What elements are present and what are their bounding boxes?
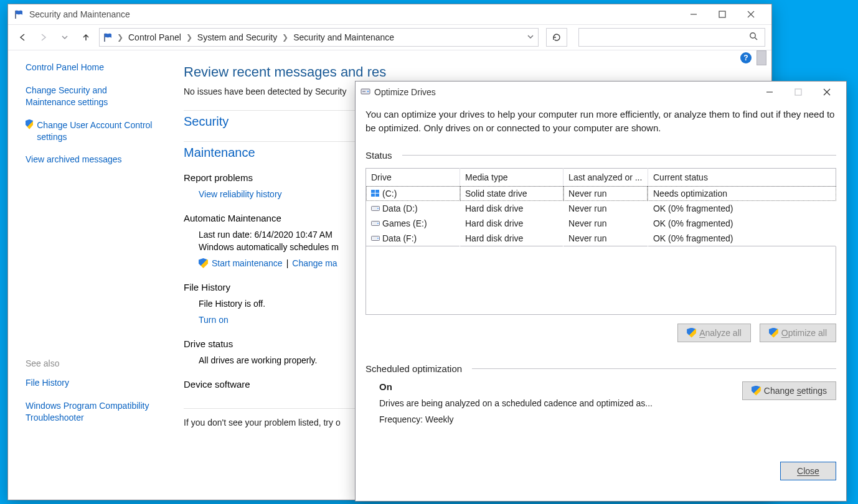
sidebar-item-archived[interactable]: View archived messages — [26, 154, 158, 166]
shield-icon — [687, 328, 696, 338]
nav-up-button[interactable] — [78, 29, 94, 45]
od-title-text: Optimize Drives — [374, 87, 436, 97]
shield-icon — [26, 119, 33, 129]
nav-forward-button[interactable] — [35, 29, 52, 45]
col-last[interactable]: Last analyzed or ... — [563, 168, 648, 186]
od-close-button[interactable] — [813, 83, 841, 101]
change-settings-button[interactable]: Change settings — [742, 381, 836, 400]
drive-icon — [371, 204, 380, 212]
chevron-right-icon: ❯ — [282, 33, 288, 42]
sidebar-item-home[interactable]: Control Panel Home — [26, 62, 158, 73]
breadcrumb-item[interactable]: Control Panel — [127, 31, 182, 44]
nav-back-button[interactable] — [14, 29, 31, 45]
flag-icon — [103, 32, 113, 42]
breadcrumb-item[interactable]: Security and Maintenance — [292, 31, 395, 44]
svg-point-18 — [377, 208, 379, 209]
drives-table: Drive Media type Last analyzed or ... Cu… — [365, 168, 836, 246]
svg-rect-13 — [371, 190, 375, 193]
sched-label: Scheduled optimization — [365, 363, 462, 374]
refresh-button[interactable] — [546, 28, 567, 47]
shield-icon — [769, 328, 778, 338]
svg-rect-10 — [795, 89, 801, 95]
drive-icon — [371, 219, 380, 226]
search-box[interactable] — [578, 28, 765, 47]
cp-toolbar: ❯ Control Panel ❯ System and Security ❯ … — [8, 24, 771, 50]
nav-history-dropdown[interactable] — [57, 29, 73, 45]
window-title: Security and Maintenance — [29, 9, 130, 19]
status-label: Status — [365, 150, 392, 161]
svg-rect-8 — [362, 91, 365, 92]
svg-point-20 — [377, 223, 379, 224]
chevron-down-icon[interactable] — [527, 32, 534, 42]
sidebar-item-change-security[interactable]: Change Security and Maintenance settings — [26, 85, 158, 108]
svg-point-4 — [750, 33, 755, 38]
drive-row[interactable]: Data (F:)Hard disk driveNever runOK (0% … — [366, 231, 836, 246]
see-also-file-history[interactable]: File History — [26, 377, 158, 389]
hr — [472, 368, 836, 369]
drive-icon — [361, 86, 370, 98]
close-label: Close — [797, 466, 819, 476]
drives-table-head[interactable]: Drive Media type Last analyzed or ... Cu… — [366, 168, 836, 186]
drive-row[interactable]: Games (E:)Hard disk driveNever runOK (0%… — [366, 216, 836, 231]
od-intro-text: You can optimize your drives to help you… — [365, 108, 836, 135]
svg-rect-15 — [371, 194, 375, 197]
drive-icon — [371, 234, 380, 241]
sidebar-item-uac[interactable]: Change User Account Control settings — [37, 119, 158, 143]
pipe-sep: | — [286, 258, 289, 268]
chevron-right-icon: ❯ — [186, 33, 192, 42]
drive-row[interactable]: Data (D:)Hard disk driveNever runOK (0% … — [366, 201, 836, 216]
breadcrumb-item[interactable]: System and Security — [196, 31, 278, 44]
drives-table-empty-area[interactable] — [365, 246, 836, 315]
svg-rect-1 — [719, 11, 725, 17]
svg-rect-16 — [375, 194, 379, 197]
sched-freq: Frequency: Weekly — [379, 414, 742, 424]
windows-drive-icon — [371, 189, 380, 197]
shield-icon — [752, 386, 761, 396]
flag-icon — [14, 9, 24, 19]
cp-titlebar[interactable]: Security and Maintenance — [8, 4, 771, 24]
svg-point-22 — [377, 238, 379, 239]
maximize-button[interactable] — [708, 5, 737, 24]
page-heading: Review recent messages and res — [184, 64, 758, 80]
col-drive[interactable]: Drive — [366, 168, 460, 186]
chevron-right-icon: ❯ — [117, 33, 123, 42]
close-button[interactable] — [737, 5, 765, 24]
od-minimize-button[interactable] — [755, 83, 784, 101]
address-bar[interactable]: ❯ Control Panel ❯ System and Security ❯ … — [99, 28, 539, 47]
minimize-button[interactable] — [679, 5, 708, 24]
hr — [402, 155, 836, 156]
change-maintenance-link[interactable]: Change ma — [292, 258, 337, 268]
optimize-all-button[interactable]: Optimize all — [760, 324, 836, 342]
close-button[interactable]: Close — [780, 462, 836, 480]
start-maintenance-link[interactable]: Start maintenance — [212, 258, 283, 268]
analyze-all-button[interactable]: Analyze all — [677, 324, 751, 342]
sched-on-label: On — [379, 381, 742, 392]
search-icon — [749, 32, 758, 43]
svg-rect-14 — [375, 190, 379, 193]
od-titlebar[interactable]: Optimize Drives — [356, 82, 846, 103]
shield-icon — [199, 258, 208, 268]
scrollbar-thumb[interactable] — [757, 50, 766, 65]
drive-row[interactable]: (C:)Solid state driveNever runNeeds opti… — [366, 186, 836, 201]
svg-line-5 — [755, 37, 757, 40]
svg-point-7 — [367, 90, 369, 91]
see-also-compat-troubleshooter[interactable]: Windows Program Compatibility Troublesho… — [26, 400, 158, 424]
help-icon[interactable]: ? — [740, 52, 752, 63]
sched-desc: Drives are being analyzed on a scheduled… — [379, 398, 742, 408]
optimize-drives-dialog: Optimize Drives You can optimize your dr… — [355, 81, 847, 502]
see-also-label: See also — [26, 358, 158, 368]
cp-sidebar: Control Panel Home Change Security and M… — [8, 50, 170, 500]
od-maximize-button — [784, 83, 813, 101]
col-status[interactable]: Current status — [648, 168, 836, 186]
col-media[interactable]: Media type — [460, 168, 563, 186]
